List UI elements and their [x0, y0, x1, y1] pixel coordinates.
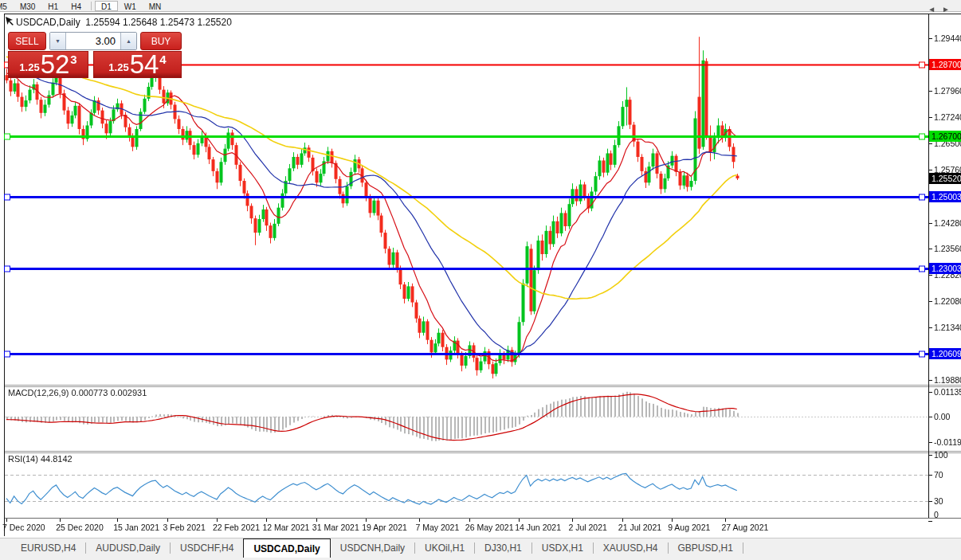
- date-axis-label: 21 Jul 2021: [618, 523, 661, 532]
- current-price-label: 1.25520: [929, 173, 961, 184]
- chart-canvas[interactable]: [0, 0, 961, 560]
- symbol-tab-usdcad[interactable]: USDCAD,Daily: [243, 538, 330, 558]
- rsi-axis-tick: 100: [934, 450, 948, 460]
- symbol-tab-usdchf[interactable]: USDCHF,H4: [171, 538, 243, 558]
- date-axis-label: 7 Dec 2020: [2, 523, 45, 532]
- ask-price-pip: 4: [159, 53, 166, 66]
- chart-symbol-period: USDCAD,Daily: [16, 17, 80, 28]
- date-axis-label: 7 May 2021: [415, 523, 459, 532]
- date-axis-label: 2 Jul 2021: [568, 523, 606, 532]
- price-line-label: 1.25003: [929, 191, 961, 202]
- price-axis-tick: 1.23560: [934, 244, 961, 253]
- symbol-tab-usdx[interactable]: USDX,H1: [532, 538, 593, 558]
- ask-price-tile[interactable]: 1.25 54 4: [93, 51, 182, 78]
- macd-axis-tick: -0.01190: [934, 437, 961, 447]
- date-axis-label: 26 May 2021: [465, 523, 514, 532]
- symbol-tab-dj30[interactable]: DJ30,H1: [475, 538, 531, 558]
- bid-price-pip: 3: [70, 53, 76, 66]
- price-axis-tick: 1.24280: [934, 218, 961, 228]
- date-axis-label: 25 Dec 2020: [56, 523, 104, 532]
- macd-axis-tick: 0.01135: [934, 387, 961, 397]
- price-line-label: 1.20609: [929, 348, 961, 359]
- symbol-tab-ukoil[interactable]: UKOil,H1: [415, 538, 474, 558]
- buy-button[interactable]: BUY: [140, 32, 182, 50]
- chart-title: USDCAD,Daily 1.25594 1.25648 1.25473 1.2…: [16, 17, 232, 28]
- date-axis-label: 12 Mar 2021: [262, 523, 309, 532]
- one-click-trade-panel: SELL ▼ 3.00 ▲ BUY 1.25 52 3 1.25 54 4: [8, 32, 182, 78]
- tabbar-scroll-arrows[interactable]: ◄►: [928, 5, 956, 14]
- sell-button[interactable]: SELL: [8, 32, 46, 50]
- price-line-label: 1.26700: [929, 131, 961, 142]
- macd-axis-tick: 0.00: [934, 412, 950, 421]
- date-axis-label: 19 Apr 2021: [362, 523, 407, 532]
- price-axis-tick: 1.27240: [934, 112, 961, 122]
- date-axis-label: 31 Mar 2021: [312, 523, 359, 532]
- volume-stepper: ▼ 3.00 ▲: [49, 32, 137, 50]
- symbol-tabbar: EURUSD,H4AUDUSD,DailyUSDCHF,H4USDCAD,Dai…: [0, 538, 961, 560]
- bid-price-big: 52: [41, 53, 70, 76]
- ask-price-big: 54: [130, 53, 159, 76]
- date-axis-label: 22 Feb 2021: [213, 523, 260, 532]
- rsi-axis-tick: 30: [934, 496, 943, 506]
- symbol-tab-audusd[interactable]: AUDUSD,Daily: [86, 538, 170, 558]
- date-axis-label: 15 Jan 2021: [113, 523, 159, 532]
- price-axis-tick: 1.29440: [934, 33, 961, 43]
- price-axis-tick: 1.22080: [934, 296, 961, 306]
- volume-decrease-button[interactable]: ▼: [50, 33, 66, 49]
- chart-ohlc-values: 1.25594 1.25648 1.25473 1.25520: [85, 17, 232, 28]
- symbol-tab-usdcnh[interactable]: USDCNH,Daily: [331, 538, 414, 558]
- rsi-axis-tick: 0: [934, 510, 939, 519]
- volume-input[interactable]: 3.00: [66, 33, 120, 49]
- rsi-axis-tick: 70: [934, 470, 943, 480]
- volume-increase-button[interactable]: ▲: [120, 33, 136, 49]
- crosshair-cursor-icon: [5, 16, 14, 25]
- symbol-tab-eurusd[interactable]: EURUSD,H4: [11, 538, 85, 558]
- ask-price-prefix: 1.25: [108, 61, 128, 73]
- symbol-tab-gbpusd[interactable]: GBPUSD,H1: [669, 538, 743, 558]
- price-line-label: 1.28700: [929, 59, 961, 70]
- trading-terminal: M5M30H1H4D1W1MN USDCAD,Daily 1.25594 1.2…: [0, 0, 961, 560]
- symbol-tab-xauusd[interactable]: XAUUSD,H4: [594, 538, 668, 558]
- bid-price-prefix: 1.25: [19, 61, 39, 73]
- bid-price-tile[interactable]: 1.25 52 3: [8, 51, 88, 78]
- rsi-label: RSI(14) 44.8142: [8, 454, 73, 464]
- price-axis-tick: 1.19880: [934, 375, 961, 385]
- date-axis-label: 9 Aug 2021: [668, 523, 710, 532]
- date-axis-label: 3 Feb 2021: [163, 523, 206, 532]
- date-axis-label: 14 Jun 2021: [515, 523, 561, 532]
- tab-separator: [743, 542, 743, 554]
- macd-label: MACD(12,26,9) 0.000773 0.002931: [8, 388, 147, 397]
- price-axis-tick: 1.21340: [934, 323, 961, 332]
- price-line-label: 1.23003: [929, 263, 961, 274]
- price-axis-tick: 1.27960: [934, 86, 961, 96]
- date-axis-label: 27 Aug 2021: [721, 523, 768, 532]
